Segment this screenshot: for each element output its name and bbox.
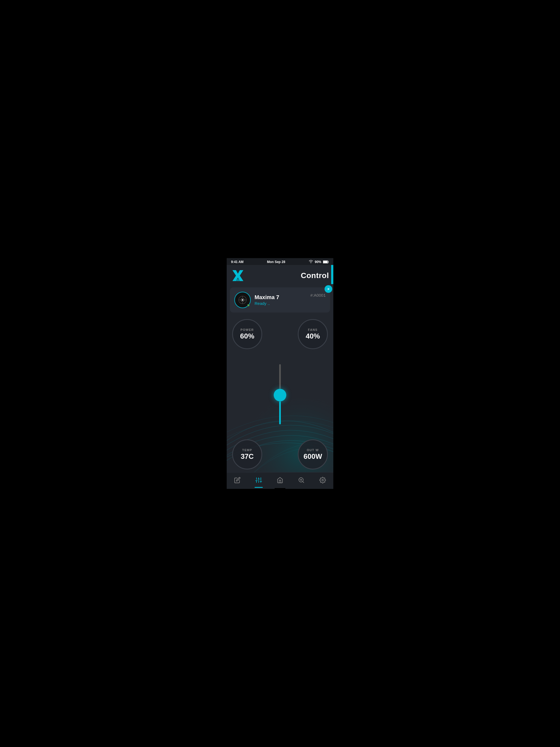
- slider-track-bottom: [279, 402, 281, 424]
- svg-point-25: [322, 479, 324, 481]
- battery-icon: [323, 260, 329, 264]
- device-name: Maxima 7: [255, 294, 307, 301]
- bottom-nav: [227, 472, 333, 489]
- nav-item-edit[interactable]: [231, 475, 244, 485]
- close-button[interactable]: ×: [325, 285, 332, 293]
- device-avatar-icon: [238, 295, 248, 305]
- status-right: 90%: [309, 260, 329, 264]
- fans-label: FANS: [308, 328, 317, 331]
- svg-rect-1: [323, 261, 328, 263]
- status-date: Mon Sep 28: [267, 260, 285, 264]
- status-time: 9:41 AM: [231, 260, 244, 264]
- svg-line-22: [303, 482, 304, 483]
- outw-label: OUT W: [307, 448, 319, 452]
- power-gauge[interactable]: POWER 60%: [232, 319, 262, 349]
- nav-item-home[interactable]: [274, 475, 286, 485]
- temp-label: TEMP: [242, 448, 252, 452]
- nav-item-controls[interactable]: [252, 475, 265, 485]
- slider-thumb[interactable]: [274, 389, 286, 402]
- power-value: 60%: [240, 332, 254, 340]
- nav-item-settings[interactable]: [316, 475, 329, 485]
- sliders-icon: [255, 476, 262, 484]
- gauges-bottom: TEMP 37C OUT W 600W: [227, 439, 333, 472]
- device-info: Maxima 7 Ready ..: [255, 294, 307, 306]
- device-status-dot: [247, 304, 250, 307]
- wifi-icon: [309, 260, 313, 264]
- search-icon: [298, 476, 305, 484]
- temp-gauge[interactable]: TEMP 37C: [232, 439, 262, 469]
- temp-value: 37C: [240, 452, 254, 461]
- logo: [231, 269, 245, 282]
- slider-area[interactable]: [227, 349, 333, 439]
- device-card: × Maxima 7 Ready .. #:A0001: [230, 287, 330, 312]
- fans-gauge[interactable]: FANS 40%: [298, 319, 328, 349]
- device-status-text: Ready ..: [255, 301, 307, 306]
- outw-value: 600W: [304, 452, 322, 461]
- power-label: POWER: [240, 328, 254, 331]
- slider-track[interactable]: [274, 364, 286, 424]
- device-id: #:A0001: [310, 292, 326, 298]
- slider-track-top: [279, 364, 281, 389]
- gauges-top: POWER 60% FANS 40%: [227, 315, 333, 349]
- app-container: Control × Maxima 7 Ready ..: [227, 265, 333, 489]
- battery-percentage: 90%: [315, 260, 321, 264]
- logo-icon: [231, 269, 245, 282]
- svg-point-6: [242, 300, 244, 301]
- settings-icon: [319, 476, 327, 484]
- home-indicator: [275, 488, 285, 489]
- edit-icon: [233, 476, 241, 484]
- app-frame: 9:41 AM Mon Sep 28 90%: [227, 258, 333, 489]
- main-content: POWER 60% FANS 40% TEMP: [227, 315, 333, 472]
- nav-item-search[interactable]: [295, 475, 308, 485]
- home-icon: [276, 476, 284, 484]
- fans-value: 40%: [306, 332, 320, 340]
- status-bar: 9:41 AM Mon Sep 28 90%: [227, 258, 333, 265]
- outw-gauge[interactable]: OUT W 600W: [298, 439, 328, 469]
- header-accent-bar: [331, 265, 333, 284]
- page-title: Control: [301, 271, 329, 280]
- device-avatar: [234, 292, 251, 308]
- header: Control: [227, 265, 333, 285]
